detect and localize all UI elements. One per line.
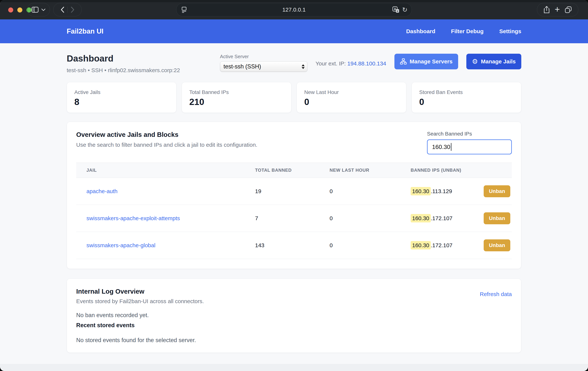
unban-button[interactable]: Unban [484, 212, 510, 224]
active-server-select[interactable]: test-ssh (SSH) [220, 61, 307, 72]
toolbar-divider [67, 7, 68, 13]
refresh-data-link[interactable]: Refresh data [480, 291, 512, 297]
manage-jails-label: Manage Jails [481, 58, 516, 65]
stat-label: Active Jails [74, 89, 169, 95]
log-title-block: Internal Log Overview Events stored by F… [76, 288, 204, 305]
unban-button[interactable]: Unban [484, 239, 510, 251]
browser-window: 127.0.0.1 A x ↻ [0, 0, 588, 371]
col-header-jail: JAIL [76, 163, 250, 178]
total-banned-value: 143 [250, 232, 325, 259]
search-banned-ips-label: Search Banned IPs [427, 131, 512, 137]
overview-title-block: Overview active Jails and Blocks Use the… [76, 131, 257, 148]
text-caret [451, 143, 452, 151]
stat-cards: Active Jails 8 Total Banned IPs 210 New … [67, 82, 521, 113]
stat-label: Total Banned IPs [189, 89, 284, 95]
ip-rest: .172.107 [431, 242, 452, 248]
new-last-hour-value: 0 [325, 205, 405, 232]
history-nav-group [53, 3, 82, 16]
stat-label: Stored Ban Events [419, 89, 514, 95]
stat-value: 210 [189, 97, 284, 107]
sidebar-toggle-button[interactable] [27, 3, 50, 16]
stat-label: New Last Hour [304, 89, 399, 95]
address-bar[interactable]: 127.0.0.1 A x ↻ [176, 3, 412, 16]
tab-overview-icon[interactable] [565, 6, 572, 13]
total-banned-value: 19 [250, 178, 325, 205]
svg-text:A: A [394, 7, 396, 11]
ip-highlight: 160.30 [411, 241, 431, 250]
no-ban-events-text: No ban events recorded yet. [76, 312, 512, 319]
new-last-hour-value: 0 [325, 232, 405, 259]
external-ip-link[interactable]: 194.88.100.134 [347, 60, 386, 66]
total-banned-value: 7 [250, 205, 325, 232]
search-banned-ips-input[interactable]: 160.30 [427, 140, 512, 154]
stat-card-new-last-hour: New Last Hour 0 [297, 82, 406, 113]
new-last-hour-value: 0 [325, 178, 405, 205]
search-block: Search Banned IPs 160.30 [427, 131, 512, 154]
col-header-new-last-hour: NEW LAST HOUR [325, 163, 405, 178]
page-title: Dashboard [67, 54, 180, 63]
nav-links: Dashboard Filter Debug Settings [406, 28, 521, 34]
jails-table: JAIL TOTAL BANNED NEW LAST HOUR BANNED I… [76, 163, 512, 259]
log-title: Internal Log Overview [76, 288, 204, 295]
table-row: swissmakers-apache-exploit-attempts 7 0 … [76, 205, 512, 232]
window-actions-group: + [537, 3, 578, 16]
col-header-banned-ips: BANNED IPS (UNBAN) [405, 163, 512, 178]
unban-button[interactable]: Unban [484, 185, 510, 197]
banned-ip: 160.30.113.129 [411, 188, 452, 195]
select-arrows-icon [302, 64, 304, 69]
chevron-down-icon [41, 8, 46, 11]
nav-link-filter-debug[interactable]: Filter Debug [451, 28, 484, 34]
reload-icon[interactable]: ↻ [402, 7, 408, 13]
jail-link[interactable]: apache-auth [86, 188, 117, 194]
manage-servers-label: Manage Servers [410, 58, 452, 65]
jail-link[interactable]: swissmakers-apache-global [86, 242, 155, 248]
table-row: swissmakers-apache-global 143 0 160.30.1… [76, 232, 512, 259]
overview-card: Overview active Jails and Blocks Use the… [67, 122, 521, 269]
internal-log-card: Internal Log Overview Events stored by F… [67, 279, 521, 353]
sidebar-icon [32, 7, 39, 13]
active-server-block: Active Server test-ssh (SSH) [220, 54, 307, 72]
nav-link-settings[interactable]: Settings [499, 28, 521, 34]
translate-icon[interactable]: A x [392, 6, 400, 13]
stat-card-active-jails: Active Jails 8 [67, 82, 177, 113]
page-subtitle: test-ssh • SSH • rlinfp02.swissmakers.co… [67, 67, 180, 74]
ip-highlight: 160.30 [411, 214, 431, 222]
ip-rest: .113.129 [431, 188, 452, 194]
stat-card-total-banned: Total Banned IPs 210 [182, 82, 291, 113]
col-header-total-banned: TOTAL BANNED [250, 163, 325, 178]
jail-link[interactable]: swissmakers-apache-exploit-attempts [86, 215, 180, 221]
external-ip-label: Your ext. IP: [316, 60, 346, 66]
overview-title: Overview active Jails and Blocks [76, 131, 257, 138]
recent-stored-events-title: Recent stored events [76, 322, 512, 329]
stat-value: 0 [304, 97, 399, 107]
main-content: Dashboard test-ssh • SSH • rlinfp02.swis… [0, 43, 588, 371]
svg-text:x: x [397, 10, 398, 12]
page-settings-icon[interactable] [181, 6, 187, 13]
minimize-window-button[interactable] [17, 8, 22, 12]
manage-jails-button[interactable]: ⚙ Manage Jails [466, 54, 521, 69]
gear-icon: ⚙ [472, 58, 478, 65]
share-icon[interactable] [544, 6, 550, 14]
external-ip: Your ext. IP: 194.88.100.134 [316, 60, 386, 67]
no-stored-events-text: No stored events found for the selected … [76, 337, 512, 344]
forward-icon[interactable] [70, 6, 75, 13]
sitemap-icon [400, 58, 407, 65]
stat-card-stored-ban-events: Stored Ban Events 0 [411, 82, 521, 113]
url-text: 127.0.0.1 [177, 7, 411, 13]
app-brand[interactable]: Fail2ban UI [67, 27, 103, 35]
close-window-button[interactable] [8, 8, 13, 12]
table-row: apache-auth 19 0 160.30.113.129 Unban [76, 178, 512, 205]
manage-servers-button[interactable]: Manage Servers [394, 54, 458, 69]
back-icon[interactable] [60, 6, 65, 13]
active-server-value: test-ssh (SSH) [224, 63, 302, 70]
app-navbar: Fail2ban UI Dashboard Filter Debug Setti… [0, 19, 588, 43]
page-title-block: Dashboard test-ssh • SSH • rlinfp02.swis… [67, 54, 180, 74]
nav-link-dashboard[interactable]: Dashboard [406, 28, 435, 34]
new-tab-icon[interactable]: + [555, 5, 560, 14]
banned-ip: 160.30.172.107 [411, 215, 452, 221]
browser-toolbar: 127.0.0.1 A x ↻ [0, 0, 588, 19]
banned-ip: 160.30.172.107 [411, 242, 452, 249]
ip-highlight: 160.30 [411, 187, 431, 195]
stat-value: 8 [74, 97, 169, 107]
log-subtitle: Events stored by Fail2ban-UI across all … [76, 298, 204, 305]
